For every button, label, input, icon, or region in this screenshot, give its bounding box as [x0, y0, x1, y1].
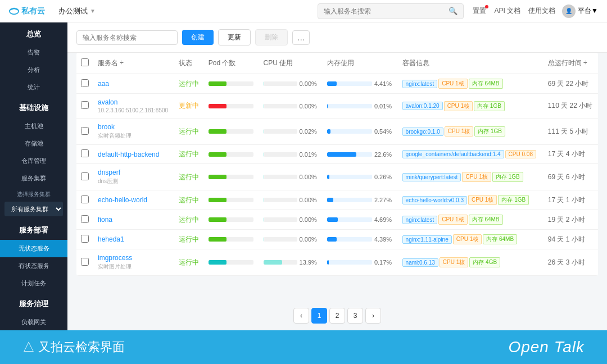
- cell-name-6[interactable]: fiona: [93, 210, 174, 230]
- cell-container-5: echo-hello-world:v0.0.3 CPU 1核 内存 1GB: [398, 190, 543, 210]
- row-checkbox-4[interactable]: [81, 172, 89, 180]
- table-row: imgprocess 实时图片处理 运行中 13.9%: [76, 249, 598, 276]
- row-checkbox-3[interactable]: [81, 149, 89, 157]
- cell-name-3[interactable]: default-http-backend: [93, 145, 174, 164]
- service-search-input[interactable]: [76, 30, 178, 45]
- cell-uptime-2: 111 天 5 小时: [543, 119, 598, 145]
- cell-cpu-1: 0.00%: [259, 94, 323, 119]
- sidebar-item-analytics[interactable]: 分析: [0, 61, 67, 79]
- cell-mem-5: 2.27%: [323, 190, 398, 210]
- cell-mem-1: 0.01%: [323, 94, 398, 119]
- settings-action[interactable]: 置置: [473, 6, 486, 16]
- page-prev[interactable]: ‹: [293, 308, 309, 324]
- cell-container-2: brookgo:0.1.0 CPU 1核 内存 1GB: [398, 119, 543, 145]
- sidebar-item-registry[interactable]: 仓库管理: [0, 152, 67, 170]
- cell-pods-8: [204, 249, 259, 276]
- main-container: 总览 告警 分析 统计 基础设施 主机池 存储池 仓库管理 服务集群 选择服务集…: [0, 22, 607, 330]
- cell-uptime-8: 26 天 3 小时: [543, 249, 598, 276]
- table-row: brook 实时音频处理 运行中 0.02%: [76, 119, 598, 145]
- page-2[interactable]: 2: [329, 308, 345, 324]
- pagination: ‹ 1 2 3 ›: [67, 301, 607, 330]
- row-checkbox-0[interactable]: [81, 79, 89, 87]
- cell-pods-2: [204, 119, 259, 145]
- cell-status-3: 运行中: [174, 145, 204, 164]
- row-checkbox-7[interactable]: [81, 235, 89, 243]
- cell-container-6: nginx:latest CPU 1核 内存 64MB: [398, 210, 543, 230]
- sidebar-item-stats[interactable]: 统计: [0, 79, 67, 96]
- row-checkbox-8[interactable]: [81, 258, 89, 266]
- col-container: 容器信息: [398, 53, 543, 74]
- avatar: 👤: [562, 4, 576, 18]
- cell-name-1[interactable]: avalon 10.2.3.160:5100,2.181:8500: [93, 94, 174, 119]
- col-mem: 内存使用: [323, 53, 398, 74]
- cell-uptime-1: 110 天 22 小时: [543, 94, 598, 119]
- create-button[interactable]: 创建: [182, 30, 214, 45]
- table-row: avalon 10.2.3.160:5100,2.181:8500 更新中 0.…: [76, 94, 598, 119]
- sidebar-item-alerts[interactable]: 告警: [0, 44, 67, 61]
- cell-status-4: 运行中: [174, 164, 204, 190]
- cell-cpu-3: 0.01%: [259, 145, 323, 164]
- cell-uptime-0: 69 天 22 小时: [543, 74, 598, 94]
- cell-mem-3: 22.6%: [323, 145, 398, 164]
- more-button[interactable]: ...: [292, 30, 310, 45]
- cell-mem-0: 4.41%: [323, 74, 398, 94]
- col-uptime: 总运行时间 ÷: [543, 53, 598, 74]
- sidebar-item-storage[interactable]: 存储池: [0, 135, 67, 152]
- top-search-input[interactable]: [324, 7, 446, 15]
- cell-name-5[interactable]: echo-hello-world: [93, 190, 174, 210]
- sidebar-item-hostpool[interactable]: 主机池: [0, 117, 67, 135]
- cell-status-1: 更新中: [174, 94, 204, 119]
- cell-uptime-5: 17 天 1 小时: [543, 190, 598, 210]
- col-cpu: CPU 使用: [259, 53, 323, 74]
- sidebar: 总览 告警 分析 统计 基础设施 主机池 存储池 仓库管理 服务集群 选择服务集…: [0, 22, 67, 330]
- col-pods: Pod 个数: [204, 53, 259, 74]
- cell-cpu-5: 0.00%: [259, 190, 323, 210]
- use-doc-action[interactable]: 使用文档: [528, 6, 555, 16]
- sidebar-item-infra: 基础设施: [0, 96, 67, 117]
- col-status: 状态: [174, 53, 204, 74]
- footer-banner: △ 又拍云检索界面 Open Talk: [0, 330, 607, 364]
- page-1[interactable]: 1: [311, 308, 327, 324]
- update-button[interactable]: 更新: [218, 29, 251, 46]
- cell-name-4[interactable]: dnsperf dns压测: [93, 164, 174, 190]
- table-row: echo-hello-world 运行中 0.00%: [76, 190, 598, 210]
- select-all-checkbox[interactable]: [81, 58, 89, 66]
- sidebar-item-stateless[interactable]: 无状态服务: [0, 240, 67, 257]
- api-doc-action[interactable]: API 文档: [494, 6, 520, 16]
- cell-mem-4: 0.26%: [323, 164, 398, 190]
- footer-left: △ 又拍云检索界面: [22, 339, 125, 356]
- cell-cpu-6: 0.00%: [259, 210, 323, 230]
- cell-status-8: 运行中: [174, 249, 204, 276]
- table-row: aaa 运行中 0.00%: [76, 74, 598, 94]
- cell-container-3: google_containers/defaultbackend:1.4 CPU…: [398, 145, 543, 164]
- delete-button[interactable]: 删除: [255, 29, 288, 46]
- cell-name-0[interactable]: aaa: [93, 74, 174, 94]
- table-row: dnsperf dns压测 运行中 0.00%: [76, 164, 598, 190]
- page-3[interactable]: 3: [347, 308, 363, 324]
- sidebar-item-gateway[interactable]: 负载网关: [0, 313, 67, 330]
- row-checkbox-2[interactable]: [81, 127, 89, 135]
- sidebar-item-governance: 服务治理: [0, 292, 67, 313]
- cluster-select-label: 选择服务集群: [0, 187, 67, 199]
- sidebar-item-overview[interactable]: 总览: [0, 22, 67, 44]
- cell-name-8[interactable]: imgprocess 实时图片处理: [93, 249, 174, 276]
- nav-office[interactable]: 办公测试 ▼: [58, 6, 96, 16]
- cell-uptime-3: 17 天 4 小时: [543, 145, 598, 164]
- cluster-select[interactable]: 所有服务集群: [4, 202, 63, 216]
- row-checkbox-6[interactable]: [81, 215, 89, 223]
- cell-uptime-7: 94 天 1 小时: [543, 230, 598, 249]
- sidebar-item-cronjob[interactable]: 计划任务: [0, 275, 67, 292]
- sidebar-item-stateful[interactable]: 有状态服务: [0, 257, 67, 275]
- sidebar-item-cluster[interactable]: 服务集群: [0, 170, 67, 187]
- table-row: heheda1 运行中 0.00%: [76, 230, 598, 249]
- top-nav: 私有云 办公测试 ▼ 🔍 置置 API 文档 使用文档 👤 平台▼: [0, 0, 607, 22]
- row-checkbox-5[interactable]: [81, 195, 89, 203]
- col-name: 服务名 ÷: [93, 53, 174, 74]
- row-checkbox-1[interactable]: [81, 101, 89, 109]
- cell-name-7[interactable]: heheda1: [93, 230, 174, 249]
- cell-name-2[interactable]: brook 实时音频处理: [93, 119, 174, 145]
- page-next[interactable]: ›: [365, 308, 381, 324]
- cell-status-7: 运行中: [174, 230, 204, 249]
- user-area[interactable]: 👤 平台▼: [562, 4, 598, 18]
- notification-dot: [485, 5, 488, 8]
